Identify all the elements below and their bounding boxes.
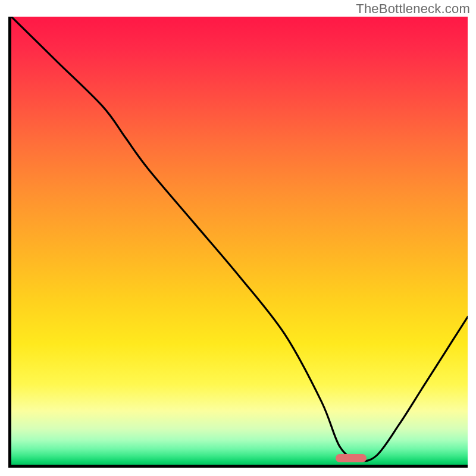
watermark-text: TheBottleneck.com [356,1,470,17]
chart-container: TheBottleneck.com [0,0,476,476]
bottleneck-curve [11,17,468,461]
curve-svg [11,17,468,465]
optimal-marker [336,454,367,462]
plot-area [8,17,468,468]
